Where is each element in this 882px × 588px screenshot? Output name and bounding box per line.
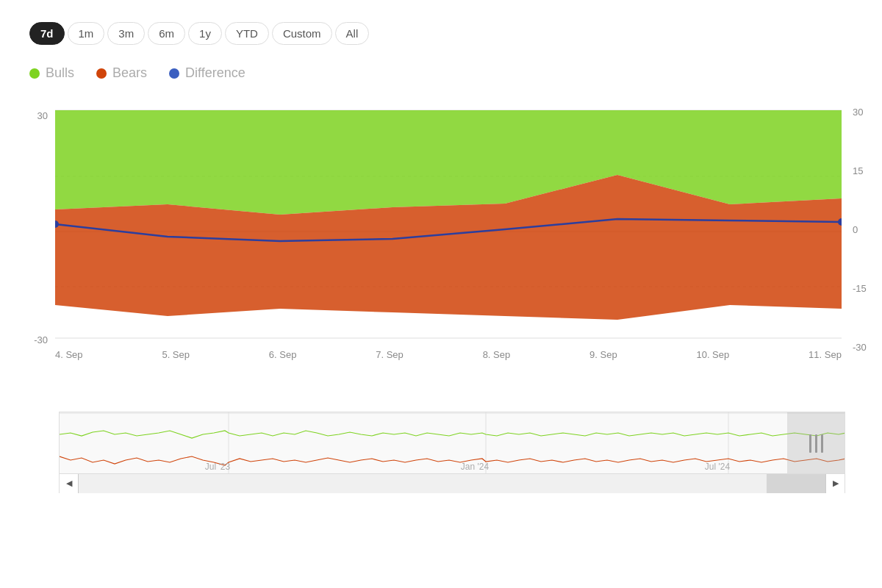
- time-range-bar: 7d1m3m6m1yYTDCustomAll: [0, 15, 882, 52]
- svg-rect-12: [815, 434, 817, 453]
- legend-label-difference: Difference: [185, 65, 245, 81]
- scroll-track: [79, 474, 825, 493]
- y-label-15-right: 15: [849, 165, 882, 176]
- y-label-30-right: 30: [849, 107, 882, 118]
- mini-label-jan24: Jan '24: [461, 462, 490, 472]
- scroll-left-button[interactable]: ◀: [60, 474, 79, 493]
- time-btn-custom[interactable]: Custom: [272, 22, 332, 45]
- mini-bulls-line: [60, 431, 845, 438]
- y-label-neg15-right: -15: [849, 283, 882, 294]
- time-btn-all[interactable]: All: [335, 22, 370, 45]
- time-btn-1m[interactable]: 1m: [68, 22, 105, 45]
- x-label-sep9: 9. Sep: [589, 349, 617, 360]
- y-label-neg30-left: -30: [0, 334, 55, 345]
- time-btn-7d[interactable]: 7d: [29, 22, 65, 45]
- x-label-sep5: 5. Sep: [162, 349, 190, 360]
- legend-label-bulls: Bulls: [46, 65, 74, 81]
- mini-label-jul23: Jul '23: [205, 462, 231, 472]
- bulls-area: [55, 110, 842, 215]
- legend-item-bears: Bears: [96, 65, 147, 81]
- x-label-sep6: 6. Sep: [269, 349, 297, 360]
- legend-dot-bears: [96, 68, 107, 79]
- legend-label-bears: Bears: [112, 65, 147, 81]
- x-label-sep10: 10. Sep: [696, 349, 729, 360]
- main-container: 7d1m3m6m1yYTDCustomAll Bulls Bears Diffe…: [0, 0, 882, 588]
- time-btn-1y[interactable]: 1y: [188, 22, 222, 45]
- legend-item-bulls: Bulls: [29, 65, 74, 81]
- scroll-thumb[interactable]: [767, 474, 825, 493]
- x-label-sep7: 7. Sep: [376, 349, 404, 360]
- legend: Bulls Bears Difference: [0, 60, 882, 96]
- scroll-right-button[interactable]: ▶: [825, 474, 845, 493]
- x-label-sep8: 8. Sep: [483, 349, 511, 360]
- time-btn-3m[interactable]: 3m: [107, 22, 145, 45]
- mini-label-jul24: Jul '24: [705, 462, 731, 472]
- legend-dot-bulls: [29, 68, 40, 79]
- time-btn-ytd[interactable]: YTD: [225, 22, 269, 45]
- x-label-sep11: 11. Sep: [808, 349, 842, 360]
- mini-chart-svg: Jul '23 Jan '24 Jul '24: [59, 412, 845, 474]
- y-label-0-right: 0: [849, 224, 882, 235]
- main-chart-svg: [55, 96, 842, 368]
- time-btn-6m[interactable]: 6m: [148, 22, 185, 45]
- y-label-neg30-right: -30: [849, 342, 882, 353]
- x-label-sep4: 4. Sep: [55, 349, 83, 360]
- legend-item-difference: Difference: [169, 65, 245, 81]
- y-label-30-left: 30: [0, 110, 55, 121]
- legend-dot-difference: [169, 68, 179, 79]
- svg-rect-13: [821, 434, 823, 453]
- svg-rect-11: [809, 434, 811, 453]
